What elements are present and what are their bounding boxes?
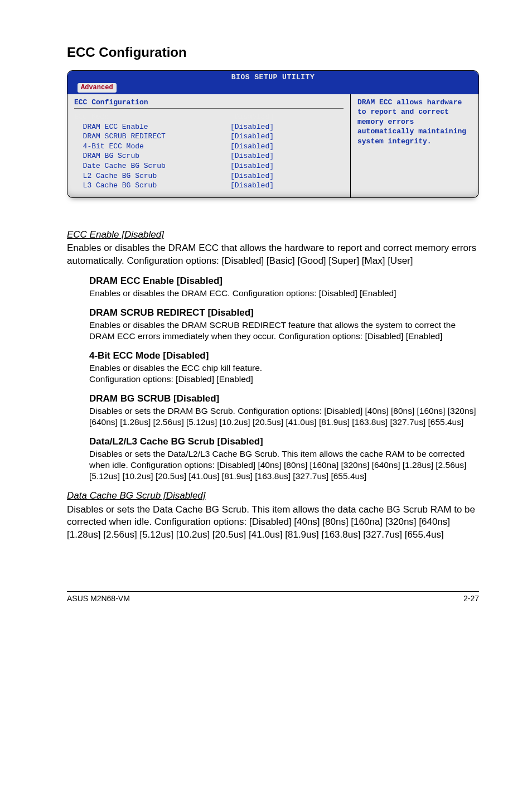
bios-row[interactable]: DRAM SCRUB REDIRECT [Disabled] bbox=[74, 132, 344, 142]
dram-bg-scrub-head: DRAM BG SCRUB [Disabled] bbox=[89, 393, 479, 405]
four-bit-ecc-head: 4-Bit ECC Mode [Disabled] bbox=[89, 350, 479, 363]
dram-scrub-redirect-body: Enables or disables the DRAM SCRUB REDIR… bbox=[89, 320, 479, 342]
bios-config-title: ECC Configuration bbox=[74, 98, 344, 108]
bios-header: BIOS SETUP UTILITY bbox=[67, 71, 478, 83]
data-cache-head: Data Cache BG Scrub [Disabled] bbox=[67, 490, 479, 503]
section-title: ECC Configuration bbox=[67, 45, 479, 60]
footer-left: ASUS M2N68-VM bbox=[67, 594, 130, 603]
bios-left-pane: ECC Configuration ECC Mode [Disabled] DR… bbox=[67, 94, 351, 197]
footer-right: 2-27 bbox=[463, 594, 479, 603]
bios-row-selected[interactable]: ECC Mode [Disabled] bbox=[74, 112, 344, 122]
bios-row[interactable]: Date Cache BG Scrub [Disabled] bbox=[74, 161, 344, 171]
four-bit-ecc-body2: Configuration options: [Disabled] [Enabl… bbox=[89, 374, 479, 385]
data-l2-l3-body: Disables or sets the Data/L2/L3 Cache BG… bbox=[89, 448, 479, 482]
content-body: ECC Enable [Disabled] Enables or disable… bbox=[67, 229, 479, 542]
ecc-enable-body: Enables or disables the DRAM ECC that al… bbox=[67, 242, 479, 267]
dram-ecc-enable-body: Enables or disables the DRAM ECC. Config… bbox=[89, 288, 479, 299]
bios-row[interactable]: L2 Cache BG Scrub [Disabled] bbox=[74, 171, 344, 181]
ecc-enable-head: ECC Enable [Disabled] bbox=[67, 229, 479, 241]
bios-row[interactable]: 4-Bit ECC Mode [Disabled] bbox=[74, 142, 344, 152]
bios-tabs: Advanced bbox=[67, 83, 478, 94]
data-l2-l3-head: Data/L2/L3 Cache BG Scrub [Disabled] bbox=[89, 436, 479, 448]
bios-row[interactable]: DRAM BG Scrub [Disabled] bbox=[74, 151, 344, 161]
bios-row[interactable]: L3 Cache BG Scrub [Disabled] bbox=[74, 181, 344, 191]
bios-row[interactable]: DRAM ECC Enable [Disabled] bbox=[74, 122, 344, 132]
dram-ecc-enable-head: DRAM ECC Enable [Disabled] bbox=[89, 275, 479, 288]
bios-panel: BIOS SETUP UTILITY Advanced ECC Configur… bbox=[67, 70, 479, 198]
dram-scrub-redirect-head: DRAM SCRUB REDIRECT [Disabled] bbox=[89, 307, 479, 320]
four-bit-ecc-body1: Enables or disables the ECC chip kill fe… bbox=[89, 363, 479, 374]
data-cache-body: Disables or sets the Data Cache BG Scrub… bbox=[67, 504, 479, 542]
bios-tab-advanced[interactable]: Advanced bbox=[78, 83, 117, 93]
bios-help-pane: DRAM ECC allows hardware to report and c… bbox=[351, 94, 478, 197]
page-footer: ASUS M2N68-VM 2-27 bbox=[67, 591, 479, 603]
bios-help-text: DRAM ECC allows hardware to report and c… bbox=[357, 98, 472, 147]
dram-bg-scrub-body: Disables or sets the DRAM BG Scrub. Conf… bbox=[89, 405, 479, 428]
